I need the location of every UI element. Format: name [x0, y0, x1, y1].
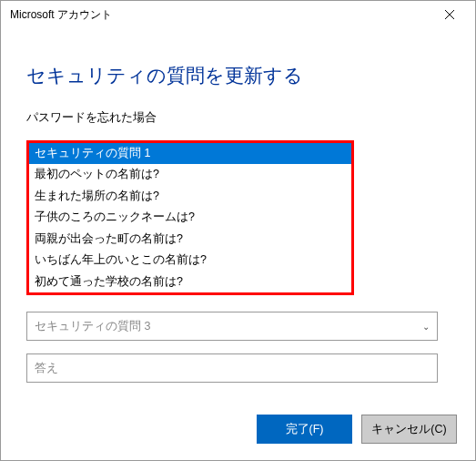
- window-title: Microsoft アカウント: [10, 7, 112, 23]
- dropdown-option[interactable]: 子供のころのニックネームは?: [29, 207, 351, 229]
- security-question-3-select[interactable]: セキュリティの質問 3 ⌄: [26, 312, 438, 341]
- page-heading: セキュリティの質問を更新する: [26, 63, 450, 88]
- close-button[interactable]: [431, 2, 468, 27]
- dropdown-option[interactable]: 初めて通った学校の名前は?: [29, 271, 351, 293]
- cancel-button[interactable]: キャンセル(C): [361, 415, 457, 444]
- content: セキュリティの質問を更新する パスワードを忘れた場合 セキュリティの質問 1 最…: [1, 28, 475, 383]
- chevron-down-icon: ⌄: [422, 322, 430, 332]
- finish-button[interactable]: 完了(F): [257, 415, 352, 444]
- footer-buttons: 完了(F) キャンセル(C): [257, 415, 457, 444]
- dropdown-option[interactable]: 両親が出会った町の名前は?: [29, 229, 351, 251]
- dropdown-option[interactable]: 生まれた場所の名前は?: [29, 186, 351, 208]
- input-placeholder: 答え: [35, 361, 58, 376]
- page-subtitle: パスワードを忘れた場合: [26, 110, 450, 126]
- security-question-1-dropdown-open[interactable]: セキュリティの質問 1 最初のペットの名前は? 生まれた場所の名前は? 子供のこ…: [26, 140, 354, 295]
- select-placeholder: セキュリティの質問 3: [35, 319, 150, 334]
- dropdown-option[interactable]: 最初のペットの名前は?: [29, 164, 351, 186]
- answer-input[interactable]: 答え: [26, 353, 438, 383]
- dropdown-selected-item[interactable]: セキュリティの質問 1: [29, 143, 351, 164]
- close-icon: [445, 10, 454, 19]
- titlebar: Microsoft アカウント: [1, 1, 475, 28]
- dropdown-option[interactable]: いちばん年上のいとこの名前は?: [29, 250, 351, 271]
